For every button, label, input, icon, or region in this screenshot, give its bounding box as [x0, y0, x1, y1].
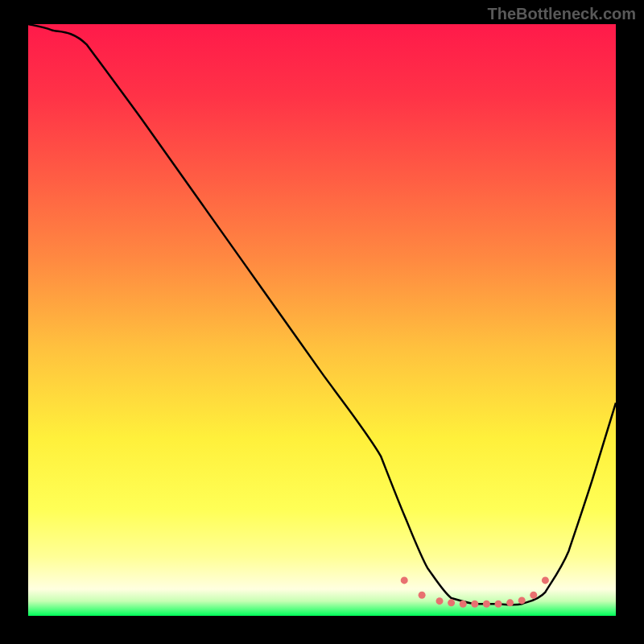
chart-plot-area	[28, 24, 616, 616]
optimal-range-dot	[506, 599, 514, 606]
optimal-range-dot	[419, 592, 426, 599]
chart-svg	[28, 24, 616, 616]
optimal-range-dot	[401, 576, 408, 584]
optimal-range-dot	[483, 601, 490, 608]
optimal-range-dot	[448, 599, 455, 606]
optimal-range-dot	[518, 597, 526, 604]
optimal-range-dot	[495, 601, 502, 608]
optimal-range-dot	[542, 576, 549, 584]
watermark-text: TheBottleneck.com	[488, 5, 636, 23]
optimal-range-dot	[460, 601, 467, 608]
chart-background	[28, 24, 616, 616]
optimal-range-dot	[436, 597, 444, 605]
optimal-range-dot	[471, 601, 478, 608]
optimal-range-dot	[530, 592, 537, 599]
